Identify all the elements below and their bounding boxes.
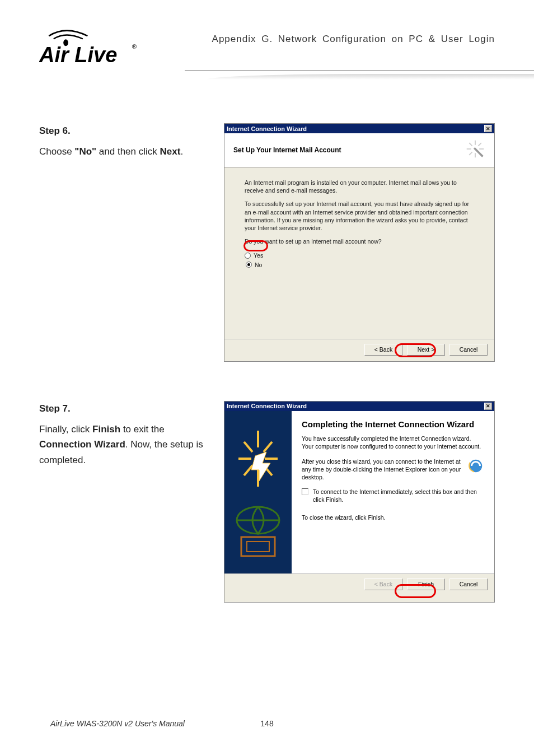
svg-line-10 bbox=[469, 152, 472, 155]
dialog1-title-text: Internet Connection Wizard bbox=[227, 125, 307, 132]
close-icon[interactable]: ✕ bbox=[484, 403, 492, 410]
checkbox-icon bbox=[302, 488, 308, 495]
svg-line-17 bbox=[264, 442, 272, 452]
dialog2-titlebar: Internet Connection Wizard ✕ bbox=[224, 402, 494, 411]
page-footer: AirLive WIAS-3200N v2 User's Manual 148 bbox=[50, 719, 484, 728]
step7-label: Step 7. bbox=[39, 401, 207, 416]
dialog2-para1: You have successfully completed the Inte… bbox=[302, 435, 484, 450]
svg-line-18 bbox=[244, 465, 252, 475]
cancel-button[interactable]: Cancel bbox=[449, 578, 488, 590]
step6-label: Step 6. bbox=[39, 123, 207, 138]
dialog1-para1: An Internet mail program is installed on… bbox=[245, 179, 474, 194]
finish-button[interactable]: Finish bbox=[407, 578, 445, 590]
airlive-logo: Air Live ® bbox=[39, 22, 146, 71]
step6-text: Step 6. Choose "No" and then click Next. bbox=[39, 123, 207, 159]
dialog2-heading: Completing the Internet Connection Wizar… bbox=[302, 419, 484, 430]
svg-line-7 bbox=[469, 143, 472, 146]
back-button[interactable]: < Back bbox=[364, 344, 402, 356]
close-icon[interactable]: ✕ bbox=[484, 125, 492, 132]
svg-rect-22 bbox=[247, 542, 269, 552]
header-divider bbox=[0, 70, 534, 80]
dialog1-heading: Set Up Your Internet Mail Account bbox=[233, 146, 341, 154]
step7-text: Step 7. Finally, click Finish to exit th… bbox=[39, 401, 207, 468]
dialog1-titlebar: Internet Connection Wizard ✕ bbox=[224, 124, 494, 133]
dialog2: Internet Connection Wizard ✕ bbox=[224, 401, 495, 603]
radio-no[interactable]: No bbox=[245, 260, 265, 269]
radio-yes[interactable]: Yes bbox=[245, 251, 474, 260]
next-button[interactable]: Next > bbox=[407, 344, 445, 356]
dialog1-question: Do you want to set up an Internet mail a… bbox=[245, 237, 474, 245]
appendix-title: Appendix G. Network Configuration on PC … bbox=[212, 34, 495, 45]
dialog2-para3: To close the wizard, click Finish. bbox=[302, 514, 484, 521]
footer-manual-title: AirLive WIAS-3200N v2 User's Manual bbox=[50, 719, 185, 728]
svg-text:®: ® bbox=[132, 43, 137, 50]
dialog1-para2: To successfully set up your Internet mai… bbox=[245, 200, 474, 232]
page-number: 148 bbox=[260, 719, 273, 728]
svg-line-9 bbox=[478, 143, 481, 146]
svg-line-15 bbox=[244, 442, 252, 452]
cancel-button[interactable]: Cancel bbox=[449, 344, 488, 356]
connect-now-checkbox[interactable]: To connect to the Internet immediately, … bbox=[302, 488, 484, 503]
wand-icon bbox=[465, 139, 485, 161]
svg-text:Air Live: Air Live bbox=[39, 43, 117, 67]
dialog1: Internet Connection Wizard ✕ Set Up Your… bbox=[224, 123, 495, 362]
radio-icon bbox=[245, 253, 251, 259]
back-button: < Back bbox=[364, 578, 402, 590]
dialog2-para2: After you close this wizard, you can con… bbox=[302, 458, 462, 482]
wizard-side-graphic bbox=[224, 411, 292, 573]
dialog2-title-text: Internet Connection Wizard bbox=[227, 403, 307, 409]
internet-explorer-icon bbox=[467, 458, 484, 474]
radio-icon bbox=[246, 262, 252, 268]
